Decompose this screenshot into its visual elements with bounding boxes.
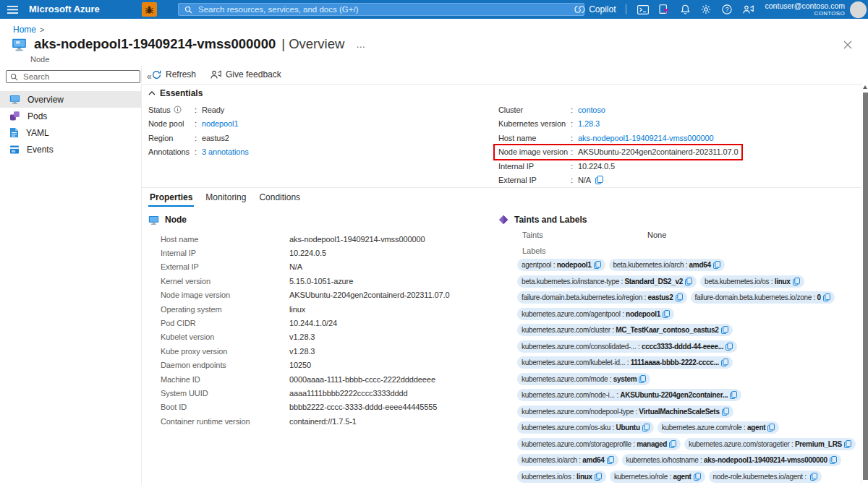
scroll-up-arrow-icon[interactable] (863, 85, 867, 89)
bug-extension-button[interactable] (142, 2, 157, 17)
property-value: 0000aaaa-1111-bbbb-cccc-2222ddddeeee (289, 375, 435, 384)
essentials-value[interactable]: aks-nodepool1-19409214-vmss000000 (578, 134, 714, 142)
close-icon (843, 40, 852, 49)
feedback-button[interactable] (738, 0, 759, 19)
label-chip[interactable]: beta.kubernetes.io/instance-typeStandard… (517, 275, 697, 288)
label-chip[interactable]: kubernetes.azure.com/node-i...AKSUbuntu-… (517, 389, 741, 401)
vertical-scrollbar[interactable] (861, 82, 868, 485)
property-value: bbbb2222-cccc-3333-dddd-eeee44445555 (289, 403, 437, 411)
label-chip[interactable]: kubernetes.azure.com/os-skuUbuntu (517, 421, 654, 434)
label-chip[interactable]: failure-domain.beta.kubernetes.io/zone0 (691, 291, 835, 304)
tab[interactable]: Properties (148, 190, 194, 207)
sidebar-item-label: Overview (27, 95, 64, 105)
label-chip[interactable]: kubernetes.io/archamd64 (517, 454, 618, 466)
essentials-value[interactable]: nodepool1 (202, 119, 239, 128)
close-blade-button[interactable] (843, 40, 852, 49)
more-menu-button[interactable]: … (356, 39, 366, 50)
essentials-value[interactable]: 1.28.3 (578, 119, 600, 128)
tab[interactable]: Conditions (258, 190, 302, 207)
settings-button[interactable] (696, 0, 717, 19)
essentials-value[interactable]: contoso (578, 106, 605, 114)
essentials-value[interactable]: 3 annotations (202, 147, 249, 156)
property-row: Boot ID bbbb2222-cccc-3333-dddd-eeee4444… (161, 400, 498, 414)
copy-icon[interactable] (726, 343, 733, 351)
cloud-shell-button[interactable] (633, 0, 654, 19)
label-chip[interactable]: kubernetes.io/roleagent (610, 471, 705, 483)
labels-chip-list: agentpoolnodepool1 beta.kubernetes.io/ar… (517, 259, 860, 485)
copy-icon[interactable] (722, 408, 729, 416)
label-chip[interactable]: kubernetes.azure.com/storagetierPremium_… (684, 438, 856, 450)
copy-icon[interactable] (594, 261, 601, 269)
essentials-toggle[interactable]: Essentials (148, 87, 868, 99)
copy-icon[interactable] (830, 456, 837, 464)
copy-icon[interactable] (767, 424, 775, 432)
label-chip[interactable]: kubernetes.azure.com/clusterMC_TestKaar_… (517, 324, 733, 336)
label-chip[interactable]: kubernetes.azure.com/storageprofilemanag… (517, 438, 681, 450)
label-chip[interactable]: kubernetes.azure.com/nodepool-typeVirtua… (517, 405, 733, 418)
refresh-button[interactable]: Refresh (152, 69, 196, 80)
global-search-input[interactable] (197, 4, 578, 14)
copy-icon[interactable] (844, 440, 851, 448)
portal-menu-button[interactable] (0, 0, 25, 19)
essentials-field: Host name aks-nodepool1-19409214-vmss000… (498, 131, 713, 145)
node-section-header: Node (148, 213, 498, 226)
copy-icon[interactable] (721, 326, 728, 334)
copy-icon[interactable] (823, 293, 830, 301)
give-feedback-button[interactable]: Give feedback (210, 69, 281, 80)
copy-icon[interactable] (663, 310, 670, 318)
copy-icon[interactable] (810, 473, 817, 481)
label-chip[interactable]: kubernetes.azure.com/consolidated-...ccc… (517, 340, 737, 353)
sidebar-item-pods[interactable]: Pods (0, 108, 141, 124)
copy-icon[interactable] (694, 473, 701, 481)
property-value: 5.15.0-1051-azure (289, 277, 353, 286)
copy-icon[interactable] (669, 440, 676, 448)
label-chip[interactable]: failure-domain.beta.kubernetes.io/region… (517, 291, 687, 304)
breadcrumb-home-link[interactable]: Home (13, 25, 36, 35)
copy-icon[interactable] (676, 293, 683, 301)
sidebar-item-overview[interactable]: Overview (0, 91, 141, 108)
sidebar-item-yaml[interactable]: YAML (0, 124, 141, 141)
breadcrumb-separator-icon: > (40, 25, 44, 34)
copy-icon[interactable] (595, 176, 603, 184)
essentials-field: Node pool nodepool1 (148, 117, 238, 132)
help-button[interactable]: ? (717, 0, 738, 19)
copilot-button[interactable]: Copilot (571, 0, 618, 19)
copy-icon[interactable] (730, 391, 737, 399)
account-info[interactable]: contuser@contoso.com CONTOSO (765, 1, 845, 17)
copy-icon[interactable] (721, 359, 728, 366)
copy-icon[interactable] (639, 375, 646, 383)
notifications-button[interactable] (675, 0, 696, 19)
label-chip[interactable]: kubernetes.io/oslinux (517, 471, 606, 483)
avatar[interactable] (850, 1, 867, 18)
label-chip[interactable]: kubernetes.azure.com/agentpoolnodepool1 (517, 308, 674, 320)
copy-icon[interactable] (685, 278, 692, 286)
scrollbar-thumb[interactable] (863, 93, 868, 480)
property-row: Operating system linux (161, 302, 498, 316)
copilot-label: Copilot (589, 4, 616, 14)
copy-icon[interactable] (642, 424, 650, 432)
property-label: Kubelet version (161, 332, 289, 341)
overview-blade: Refresh Give feedback Essentials Status … (142, 65, 868, 485)
breadcrumb: Home> (13, 25, 44, 35)
label-chip[interactable]: kubernetes.azure.com/modesystem (517, 373, 650, 385)
label-chip[interactable]: node-role.kubernetes.io/agent (709, 471, 822, 483)
copy-icon[interactable] (713, 261, 720, 269)
property-value: v1.28.3 (289, 347, 315, 356)
copy-icon[interactable] (607, 456, 614, 464)
search-icon (10, 73, 18, 81)
tab-bar: Properties Monitoring Conditions (142, 190, 868, 208)
tab[interactable]: Monitoring (204, 190, 247, 207)
subscription-filter-button[interactable] (654, 0, 675, 19)
label-chip[interactable]: kubernetes.io/hostnameaks-nodepool1-1940… (622, 454, 841, 466)
label-chip[interactable]: beta.kubernetes.io/oslinux (700, 275, 804, 288)
label-chip[interactable]: agentpoolnodepool1 (517, 259, 605, 271)
sidebar-item-events[interactable]: Events (0, 141, 141, 158)
label-chip[interactable]: kubernetes.azure.com/roleagent (658, 421, 780, 434)
label-chip[interactable]: beta.kubernetes.io/archamd64 (609, 259, 725, 271)
copy-icon[interactable] (595, 473, 602, 481)
label-chip[interactable]: kubernetes.azure.com/kubelet-id...1111aa… (517, 356, 733, 369)
property-label: Kernel version (161, 277, 289, 286)
sidebar-search-input[interactable] (22, 72, 136, 82)
copy-icon[interactable] (793, 278, 800, 286)
azure-brand[interactable]: Microsoft Azure (29, 0, 100, 19)
